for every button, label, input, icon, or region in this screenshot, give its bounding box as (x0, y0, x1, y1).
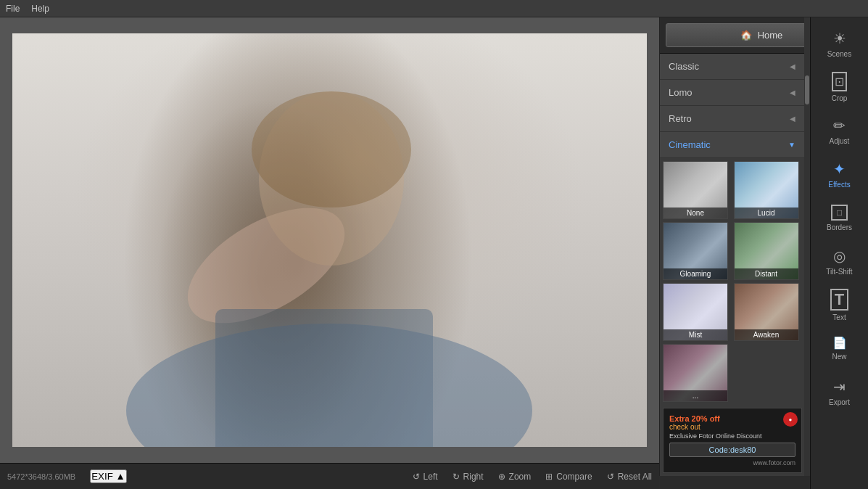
category-retro-arrow: ◀ (790, 115, 795, 123)
compare-button[interactable]: ⊞ Compare (545, 472, 592, 482)
exif-button[interactable]: EXIF ▲ (90, 469, 127, 483)
adjust-label: Adjust (830, 137, 850, 145)
home-icon: 🏠 (740, 30, 752, 41)
home-label: Home (758, 30, 783, 41)
category-retro-label: Retro (669, 113, 692, 124)
ad-site: www.fotor.com (669, 459, 795, 467)
tool-crop[interactable]: ⊡ Crop (814, 67, 865, 107)
left-button[interactable]: ↺ Left (413, 472, 438, 482)
category-classic-label: Classic (669, 61, 699, 72)
zoom-button[interactable]: ⊕ Zoom (498, 472, 532, 482)
tilt-shift-icon: ◎ (833, 247, 846, 265)
right-label: Right (463, 472, 484, 482)
borders-label: Borders (827, 223, 852, 231)
ad-headline: Extra 20% off (669, 414, 795, 423)
category-lomo[interactable]: Lomo ◀ (660, 80, 804, 106)
filter-mist-label: Mist (664, 329, 727, 340)
image-container (0, 17, 659, 463)
compare-icon: ⊞ (545, 472, 553, 482)
reset-all-button[interactable]: ↺ Reset All (607, 472, 652, 482)
category-cinematic-label: Cinematic (669, 139, 711, 150)
zoom-icon: ⊕ (498, 472, 505, 482)
category-cinematic[interactable]: Cinematic ▼ (660, 132, 804, 158)
right-side: 🏠 Home Classic ◀ Lomo ◀ Retro ◀ (659, 17, 810, 489)
filter-awaken[interactable]: Awaken (734, 283, 799, 341)
category-retro[interactable]: Retro ◀ (660, 106, 804, 132)
toolbar: ☀ Scenes ⊡ Crop ✏ Adjust ✦ Effects □ Bor… (810, 17, 868, 489)
tool-tilt-shift[interactable]: ◎ Tilt-Shift (814, 241, 865, 282)
photo-display (12, 33, 647, 447)
svg-point-3 (252, 91, 411, 207)
category-lomo-arrow: ◀ (790, 89, 795, 96)
zoom-label: Zoom (509, 472, 532, 482)
filter-none-label: None (664, 207, 727, 218)
menu-file[interactable]: File (6, 4, 20, 14)
category-lomo-label: Lomo (669, 87, 693, 98)
crop-icon: ⊡ (832, 72, 847, 91)
scrollbar-thumb[interactable] (805, 75, 809, 104)
exif-label: EXIF (91, 471, 113, 482)
scenes-label: Scenes (827, 50, 851, 58)
filter-extra[interactable]: ... (663, 344, 728, 402)
right-button[interactable]: ↻ Right (452, 472, 484, 482)
category-cinematic-arrow: ▼ (788, 141, 795, 149)
tool-scenes[interactable]: ☀ Scenes (814, 23, 865, 64)
text-label: Text (832, 313, 846, 321)
category-classic[interactable]: Classic ◀ (660, 54, 804, 80)
exif-arrow-icon: ▲ (116, 471, 125, 482)
filter-extra-label: ... (664, 390, 727, 401)
borders-icon: □ (831, 205, 848, 221)
new-icon: 📄 (832, 336, 847, 350)
tool-effects[interactable]: ✦ Effects (814, 154, 865, 194)
filter-panel: 🏠 Home Classic ◀ Lomo ◀ Retro ◀ (659, 17, 804, 476)
adjust-icon: ✏ (833, 117, 846, 134)
new-label: New (832, 353, 846, 361)
filter-mist[interactable]: Mist (663, 283, 728, 341)
scrollbar[interactable] (804, 17, 810, 476)
tilt-shift-label: Tilt-Shift (826, 268, 852, 276)
tool-borders[interactable]: □ Borders (814, 197, 865, 238)
tool-new[interactable]: 📄 New (814, 328, 865, 369)
ad-banner[interactable]: ● Extra 20% off check out Exclusive Foto… (663, 408, 801, 473)
right-top: 🏠 Home Classic ◀ Lomo ◀ Retro ◀ (659, 17, 810, 476)
menu-help[interactable]: Help (31, 4, 49, 14)
left-label: Left (423, 472, 438, 482)
home-area: 🏠 Home (660, 17, 804, 54)
ad-body: Exclusive Fotor Online Discount (669, 432, 795, 440)
ad-subheadline: check out (669, 423, 795, 431)
filter-lucid-label: Lucid (735, 207, 798, 218)
filter-lucid[interactable]: Lucid (734, 161, 799, 219)
effects-label: Effects (828, 181, 850, 189)
filter-grid: None Lucid Gloaming Distant Mist (660, 158, 804, 405)
compare-label: Compare (556, 472, 592, 482)
crop-label: Crop (832, 94, 848, 102)
person-silhouette (12, 33, 647, 447)
home-button[interactable]: 🏠 Home (666, 23, 804, 47)
main-content: 5472*3648/3.60MB EXIF ▲ ↺ Left ↻ Right ⊕… (0, 17, 868, 489)
filter-distant-label: Distant (735, 268, 798, 279)
reset-icon: ↺ (607, 472, 614, 482)
filter-gloaming-label: Gloaming (664, 268, 727, 279)
statusbar: 5472*3648/3.60MB EXIF ▲ ↺ Left ↻ Right ⊕… (0, 463, 659, 489)
export-icon: ⇥ (833, 378, 846, 395)
canvas-area: 5472*3648/3.60MB EXIF ▲ ↺ Left ↻ Right ⊕… (0, 17, 659, 489)
filter-distant[interactable]: Distant (734, 222, 799, 280)
effects-icon: ✦ (833, 160, 846, 178)
svg-rect-4 (215, 309, 433, 447)
tool-adjust[interactable]: ✏ Adjust (814, 110, 865, 151)
tool-export[interactable]: ⇥ Export (814, 371, 865, 412)
filter-awaken-label: Awaken (735, 329, 798, 340)
tool-text[interactable]: T Text (814, 284, 865, 325)
filter-none[interactable]: None (663, 161, 728, 219)
filter-gloaming[interactable]: Gloaming (663, 222, 728, 280)
left-icon: ↺ (413, 472, 420, 482)
image-info: 5472*3648/3.60MB (7, 472, 75, 481)
scenes-icon: ☀ (833, 30, 846, 47)
ad-dot: ● (783, 412, 798, 427)
right-icon: ↻ (452, 472, 460, 482)
menu-bar: File Help (0, 0, 868, 17)
ad-code: Code:desk80 (669, 443, 795, 457)
category-classic-arrow: ◀ (790, 62, 795, 70)
reset-label: Reset All (618, 472, 652, 482)
export-label: Export (829, 398, 850, 406)
